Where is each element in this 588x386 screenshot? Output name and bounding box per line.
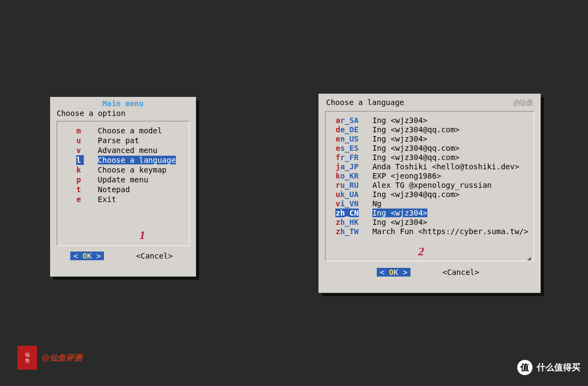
locale-code: uk_UA [335,190,358,199]
author-stamp: 仙鱼 @仙鱼评测 [17,346,82,370]
annotation-2: 2 [418,244,424,259]
locale-code: es_ES [335,144,358,152]
main-menu-dialog: Main menu Choose a option m Choose a mod… [50,97,196,277]
smzdm-badge-icon: 值 [517,360,532,375]
locale-author: Ing <wjz304@qq.com> [372,190,460,199]
locale-code: ru_RU [335,181,358,189]
locale-author: EXP <jeong1986> [372,171,441,180]
menu-item[interactable]: v Advanced menu [63,145,183,155]
locale-code: zh_CN [335,209,358,217]
locale-author: Ing <wjz304> [372,134,427,143]
locale-author: Ing <wjz304@qq.com> [372,144,460,152]
locale-code: ja_JP [335,162,358,171]
locale-code: zh_TW [335,227,358,236]
menu-item-label: Parse pat [98,136,139,145]
locale-code: en_US [335,134,358,143]
menu-item-label: Choose a keymap [98,166,167,174]
stamp-seal-icon: 仙鱼 [17,346,37,370]
menu-item-key: m [76,126,84,136]
menu-item-label: Exit [98,195,117,204]
menu-item-key: l [76,155,84,165]
menu-item-key: v [76,145,84,155]
language-item[interactable]: fr_FR Ing <wjz304@qq.com> [331,153,528,162]
language-item[interactable]: uk_UA Ing <wjz304@qq.com> [331,190,528,199]
locale-author: Ing <wjz304@qq.com> [372,153,460,162]
menu-item-key: p [76,175,84,185]
locale-code: ko_KR [335,171,358,180]
menu-item-label: Update menu [98,175,149,184]
resize-handle-icon: ◢ [527,254,532,260]
language-list[interactable]: ar_SA Ing <wjz304> de_DE Ing <wjz304@qq.… [325,111,534,261]
language-item[interactable]: ja_JP Anda Toshiki <hello@toshiki.dev> [331,162,528,171]
menu-item-label: Notepad [98,185,130,194]
menu-item-key: k [76,165,84,175]
locale-code: fr_FR [335,153,358,162]
language-dialog: Choose a language @仙鱼 ar_SA Ing <wjz304>… [318,94,541,293]
main-menu-prompt: Choose a option [50,108,196,121]
menu-item[interactable]: k Choose a keymap [63,165,183,175]
smzdm-watermark: 值 什么值得买 [517,360,580,375]
menu-item-key: u [76,136,84,145]
locale-author: March Fun <https://cyber.suma.tw/> [372,227,529,236]
locale-author: Ing <wjz304> [372,209,427,217]
menu-item-key: e [76,194,84,204]
menu-item[interactable]: t Notepad [63,185,183,194]
main-menu-title: Main menu [50,97,196,108]
language-buttons: < OK > <Cancel> [318,261,541,283]
locale-author: Anda Toshiki <hello@toshiki.dev> [372,162,519,171]
menu-item-label: Advanced menu [98,146,158,155]
cancel-button[interactable]: <Cancel> [439,268,482,277]
language-item[interactable]: es_ES Ing <wjz304@qq.com> [331,144,528,153]
cancel-button[interactable]: <Cancel> [133,252,176,260]
language-prompt: Choose a language [326,98,404,108]
menu-item[interactable]: e Exit [63,194,183,204]
locale-code: de_DE [335,125,358,134]
language-item[interactable]: ko_KR EXP <jeong1986> [331,171,528,181]
menu-item-key: t [76,185,84,194]
language-item[interactable]: zh_HK Ing <wjz304> [331,218,528,227]
language-item[interactable]: de_DE Ing <wjz304@qq.com> [331,125,528,134]
language-item[interactable]: vi_VN Ng [331,199,528,209]
locale-author: Ng [372,199,382,208]
locale-author: Ing <wjz304> [372,218,427,226]
locale-author: Ing <wjz304@qq.com> [372,125,460,134]
smzdm-label: 什么值得买 [537,362,580,373]
watermark: @仙鱼 [513,98,533,108]
main-menu-list[interactable]: m Choose a model u Parse pat v Advanced … [57,121,189,246]
language-item[interactable]: zh_CN Ing <wjz304> [331,209,528,218]
locale-code: vi_VN [335,199,358,208]
language-item[interactable]: ru_RU Alex TG @xpenology_russian [331,181,528,190]
language-item[interactable]: ar_SA Ing <wjz304> [331,116,528,125]
language-item[interactable]: en_US Ing <wjz304> [331,134,528,144]
locale-author: Ing <wjz304> [372,116,427,125]
stamp-label: @仙鱼评测 [41,353,82,363]
ok-button[interactable]: < OK > [377,268,411,277]
annotation-1: 1 [139,228,145,242]
language-item[interactable]: zh_TW March Fun <https://cyber.suma.tw/> [331,227,528,236]
ok-button[interactable]: < OK > [70,252,105,260]
locale-author: Alex TG @xpenology_russian [372,181,492,189]
menu-item-label: Choose a language [98,156,176,164]
menu-item[interactable]: u Parse pat [63,136,183,145]
menu-item-label: Choose a model [98,126,162,135]
locale-code: zh_HK [335,218,358,226]
main-menu-buttons: < OK > <Cancel> [50,246,196,268]
locale-code: ar_SA [335,116,358,125]
menu-item[interactable]: l Choose a language [63,155,183,165]
menu-item[interactable]: m Choose a model [63,126,183,136]
menu-item[interactable]: p Update menu [63,175,183,185]
